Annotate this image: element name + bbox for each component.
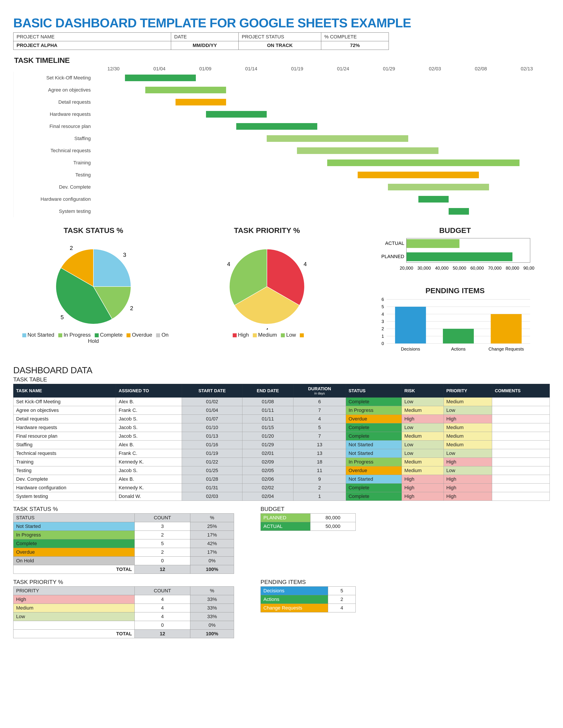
hdr-date-label: DATE [171,33,239,41]
chart-budget: ACTUALPLANNED20,00030,00040,00050,00060,… [376,237,535,279]
pending-table-title: PENDING ITEMS [260,579,356,585]
svg-text:2: 2 [382,326,384,331]
gantt-task-label: Agree on objectives [13,87,95,93]
hdr-pct: 72% [321,41,389,50]
gantt-bar [145,87,226,93]
dashboard-data-title: DASHBOARD DATA [13,365,550,375]
chart-task-status: TASK STATUS % 3252 Not StartedIn Progres… [13,226,173,344]
svg-text:3: 3 [123,251,126,258]
svg-text:ACTUAL: ACTUAL [385,240,404,246]
timeline-title: TASK TIMELINE [14,56,550,65]
pie-task-priority: 444 [209,237,324,330]
svg-text:90,000: 90,000 [523,266,535,270]
svg-text:4: 4 [265,327,268,330]
gantt-task-label: Set Kick-Off Meeting [13,75,95,81]
legend-task-status: Not StartedIn ProgressCompleteOverdueOn … [13,332,173,344]
budget-table: PLANNED80,000ACTUAL50,000 [260,513,356,531]
task-table-title: TASK TABLE [13,376,550,383]
svg-text:Change Requests: Change Requests [489,347,524,351]
chart-title: BUDGET [360,226,550,235]
table-row: Testing Jacob S. 01/2502/0511 Overdue Me… [13,466,550,475]
chart-pending: 0123456DecisionsActionsChange Requests [376,297,535,355]
svg-text:20,000: 20,000 [400,266,413,270]
status-table-title: TASK STATUS % [13,506,234,512]
gantt-bar [418,196,449,203]
svg-rect-10 [407,252,512,261]
svg-rect-38 [491,314,522,343]
svg-text:Actions: Actions [451,347,466,351]
svg-text:50,000: 50,000 [453,266,466,270]
budget-table-title: BUDGET [260,506,356,512]
pending-table: Decisions5Actions2Change Requests4 [260,586,356,612]
gantt-task-label: Training [13,160,95,166]
svg-text:40,000: 40,000 [435,266,448,270]
gantt-task-label: Staffing [13,136,95,141]
hdr-projectname: PROJECT ALPHA [13,41,171,50]
table-row: Staffing Alex B. 01/1601/2913 Not Starte… [13,441,550,449]
table-row: System testing Donald W. 02/0302/041 Com… [13,492,550,501]
table-row: Agree on objectives Frank C. 01/0401/117… [13,406,550,415]
table-row: Dev. Complete Alex B. 01/2802/069 Not St… [13,475,550,484]
svg-text:1: 1 [382,334,384,339]
gantt-bar [267,135,408,142]
gantt-bar [297,147,439,154]
right-charts: BUDGET ACTUALPLANNED20,00030,00040,00050… [360,226,550,355]
svg-rect-36 [443,329,474,343]
gantt-task-label: Detail requests [13,99,95,105]
hdr-status-label: PROJECT STATUS [239,33,321,41]
svg-text:Decisions: Decisions [401,347,420,351]
svg-text:30,000: 30,000 [417,266,431,270]
svg-text:80,000: 80,000 [506,266,519,270]
gantt-bar [236,123,317,130]
svg-text:60,000: 60,000 [470,266,484,270]
gantt-bar [125,75,196,81]
svg-text:PLANNED: PLANNED [381,254,404,259]
pie-task-status: 3252 [36,237,151,330]
svg-text:4: 4 [304,261,307,267]
svg-text:6: 6 [382,297,384,302]
svg-text:4: 4 [382,312,384,317]
hdr-status: ON TRACK [239,41,321,50]
chart-title: TASK PRIORITY % [187,226,347,235]
table-row: Technical requests Frank C. 01/1902/0113… [13,449,550,458]
task-table: TASK NAMEASSIGNED TOSTART DATEEND DATEDU… [13,384,550,501]
svg-text:3: 3 [382,319,384,324]
gantt-bar [175,99,226,105]
gantt-bar [206,111,267,118]
hdr-pct-label: % COMPLETE [321,33,389,41]
priority-table-title: TASK PRIORITY % [13,579,234,585]
chart-title: PENDING ITEMS [360,286,550,295]
project-header-table: PROJECT NAME DATE PROJECT STATUS % COMPL… [13,32,389,50]
table-row: Hardware requests Jacob S. 01/1001/155 C… [13,423,550,432]
table-row: Final resource plan Jacob S. 01/1301/207… [13,432,550,441]
gantt-bar [388,184,489,190]
status-table: STATUSCOUNT%Not Started325%In Progress21… [13,513,234,574]
gantt-chart: 12/3001/0401/0901/1401/1901/2401/2902/03… [13,66,550,217]
gantt-task-label: Dev. Complete [13,184,95,190]
gantt-bar [449,208,469,215]
hdr-date: MM/DD/YY [171,41,239,50]
table-row: Set Kick-Off Meeting Alex B. 01/0201/086… [13,398,550,406]
svg-text:70,000: 70,000 [488,266,501,270]
table-row: Training Kennedy K. 01/2202/0918 In Prog… [13,458,550,466]
gantt-task-label: Hardware configuration [13,196,95,202]
gantt-task-label: Final resource plan [13,124,95,129]
hdr-projectname-label: PROJECT NAME [13,33,171,41]
chart-task-priority: TASK PRIORITY % 444 HighMediumLow [187,226,347,338]
gantt-bar [358,172,479,178]
legend-task-priority: HighMediumLow [187,332,347,338]
svg-text:2: 2 [70,245,73,251]
svg-rect-8 [407,239,460,248]
svg-text:4: 4 [227,261,230,267]
gantt-task-label: System testing [13,208,95,214]
svg-text:5: 5 [382,304,384,309]
svg-text:2: 2 [130,305,133,311]
gantt-task-label: Technical requests [13,148,95,154]
page-title: BASIC DASHBOARD TEMPLATE FOR GOOGLE SHEE… [13,15,550,30]
svg-text:5: 5 [60,314,64,321]
gantt-bar [327,159,519,166]
gantt-task-label: Hardware requests [13,111,95,117]
svg-rect-34 [395,307,426,343]
gantt-task-label: Testing [13,172,95,178]
priority-table: PRIORITYCOUNT%High433%Medium433%Low433%0… [13,586,234,638]
